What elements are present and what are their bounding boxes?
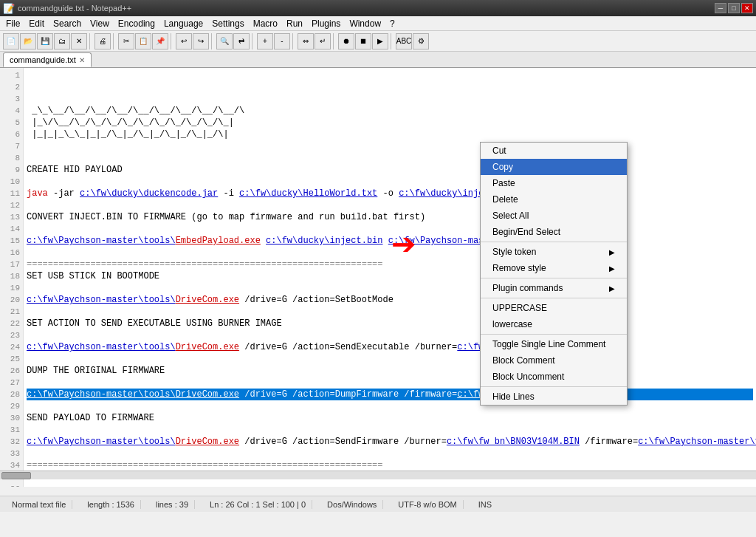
tb-save[interactable]: 💾 (37, 33, 53, 49)
ctx-delete[interactable]: Delete (481, 191, 627, 208)
tab-close-button[interactable]: ✕ (79, 56, 85, 64)
tb-save-all[interactable]: 🗂 (54, 33, 70, 49)
menu-help[interactable]: ? (385, 16, 399, 30)
menu-settings[interactable]: Settings (207, 16, 248, 30)
ctx-sep1 (481, 242, 627, 242)
hscroll[interactable] (0, 471, 756, 479)
line-number-33: 33 (0, 448, 23, 459)
editor-line-31 (27, 448, 753, 459)
status-bar: Normal text file length : 1536 lines : 3… (0, 496, 756, 512)
editor-content[interactable]: _\_\__/\__/\__/\__/\__/\__/\__/\__/\__/\… (24, 68, 756, 487)
editor-line-24: DUMP THE ORIGINAL FIRMWARE (27, 365, 753, 377)
tab-commandguide[interactable]: commandguide.txt ✕ (3, 52, 92, 67)
menu-encoding[interactable]: Encoding (114, 16, 159, 30)
ctx-paste[interactable]: Paste (481, 175, 627, 191)
menu-run[interactable]: Run (282, 16, 307, 30)
tb-zoom-out[interactable]: - (274, 33, 290, 49)
line-number-15: 15 (0, 235, 23, 247)
close-button[interactable]: ✕ (741, 3, 753, 13)
tb-record-macro[interactable]: ⏺ (338, 33, 354, 49)
ctx-block-comment[interactable]: Block Comment (481, 352, 627, 369)
line-number-25: 25 (0, 353, 23, 365)
menu-macro[interactable]: Macro (249, 16, 282, 30)
maximize-button[interactable]: □ (728, 3, 740, 13)
tb-print[interactable]: 🖨 (94, 33, 111, 49)
editor-area[interactable]: 1234567891011121314151617181920212223242… (0, 68, 756, 487)
ctx-style-token[interactable]: Style token ▶ (481, 244, 627, 260)
tb-undo[interactable]: ↩ (176, 33, 192, 49)
tab-label: commandguide.txt (10, 55, 76, 64)
ctx-copy[interactable]: Copy (481, 159, 627, 175)
ctx-toggle-comment[interactable]: Toggle Single Line Comment (481, 336, 627, 352)
context-menu: Cut Copy Paste Delete Select All Begin/E… (480, 142, 628, 406)
editor-line-32: ========================================… (27, 459, 753, 471)
ctx-begin-end-select[interactable]: Begin/End Select (481, 224, 627, 240)
menu-window[interactable]: Window (345, 16, 385, 30)
status-ins: INS (472, 500, 498, 509)
line-number-23: 23 (0, 329, 23, 341)
ctx-plugin-commands[interactable]: Plugin commands ▶ (481, 280, 627, 296)
line-number-10: 10 (0, 176, 23, 188)
line-number-12: 12 (0, 199, 23, 211)
editor-line-34 (27, 483, 753, 487)
editor-line-4: |_|_|_\_\_|_|_/\_|_/\_|_/\_|_/\_|_/\| (27, 129, 753, 140)
menu-plugins[interactable]: Plugins (307, 16, 345, 30)
editor-line-12 (27, 223, 753, 235)
editor-line-13: c:\fw\Paychson-master\tools\EmbedPayload… (27, 235, 753, 247)
tb-replace[interactable]: ⇄ (233, 33, 250, 49)
tb-close[interactable]: ✕ (71, 33, 87, 49)
line-number-5: 5 (0, 117, 23, 129)
tb-spell-check[interactable]: ABC (396, 33, 412, 49)
menu-edit[interactable]: Edit (24, 16, 49, 30)
menu-language[interactable]: Language (159, 16, 207, 30)
editor-line-16: SET USB STICK IN BOOTMODE (27, 270, 753, 282)
line-number-13: 13 (0, 211, 23, 223)
line-number-8: 8 (0, 152, 23, 164)
ctx-uppercase[interactable]: UPPERCASE (481, 300, 627, 316)
tb-copy[interactable]: 📋 (135, 33, 151, 49)
ctx-lowercase[interactable]: lowercase (481, 316, 627, 332)
ctx-hide-lines[interactable]: Hide Lines (481, 389, 627, 405)
editor-line-8 (27, 176, 753, 188)
ctx-select-all[interactable]: Select All (481, 208, 627, 224)
line-number-4: 4 (0, 105, 23, 117)
tb-new[interactable]: 📄 (3, 33, 19, 49)
tb-redo[interactable]: ↪ (193, 33, 209, 49)
tb-sync-scroll[interactable]: ⇔ (298, 33, 314, 49)
line-number-14: 14 (0, 223, 23, 235)
line-number-32: 32 (0, 436, 23, 448)
tb-word-wrap[interactable]: ↵ (315, 33, 331, 49)
line-number-31: 31 (0, 424, 23, 436)
ctx-remove-style[interactable]: Remove style ▶ (481, 260, 627, 276)
status-length: length : 1536 (81, 500, 141, 509)
editor-line-28: SEND PAYLOAD TO FIRMWARE (27, 412, 753, 424)
line-number-34: 34 (0, 459, 23, 471)
menu-search[interactable]: Search (49, 16, 86, 30)
menu-file[interactable]: File (1, 16, 24, 30)
editor-line-25 (27, 377, 753, 389)
line-number-22: 22 (0, 318, 23, 329)
ctx-block-uncomment[interactable]: Block Uncomment (481, 369, 627, 385)
tb-cut[interactable]: ✂ (118, 33, 134, 49)
window-title: commandguide.txt - Notepad++ (18, 4, 131, 13)
line-number-2: 2 (0, 81, 23, 93)
tb-find[interactable]: 🔍 (216, 33, 233, 49)
menu-view[interactable]: View (86, 16, 114, 30)
line-number-24: 24 (0, 341, 23, 353)
tb-paste[interactable]: 📌 (152, 33, 168, 49)
line-number-36: 36 (0, 483, 23, 487)
editor-line-9: java -jar c:\fw\ducky\duckencode.jar -i … (27, 188, 753, 199)
minimize-button[interactable]: ─ (715, 3, 726, 13)
tb-stop-macro[interactable]: ⏹ (355, 33, 371, 49)
tb-extra[interactable]: ⚙ (413, 33, 429, 49)
ctx-cut[interactable]: Cut (481, 143, 627, 159)
menu-bar: File Edit Search View Encoding Language … (0, 16, 756, 31)
status-cursor: Ln : 26 Col : 1 Sel : 100 | 0 (204, 500, 312, 509)
tb-play-macro[interactable]: ▶ (372, 33, 388, 49)
tb-zoom-in[interactable]: + (257, 33, 273, 49)
tb-open[interactable]: 📂 (20, 33, 36, 49)
editor-line-10 (27, 199, 753, 211)
status-line-ending: Dos/Windows (321, 500, 383, 509)
line-number-28: 28 (0, 389, 23, 400)
editor-line-3: |_\/\__/\_/\_/\_/\_/\_/\_/\_/\_/\_/\_| (27, 117, 753, 129)
